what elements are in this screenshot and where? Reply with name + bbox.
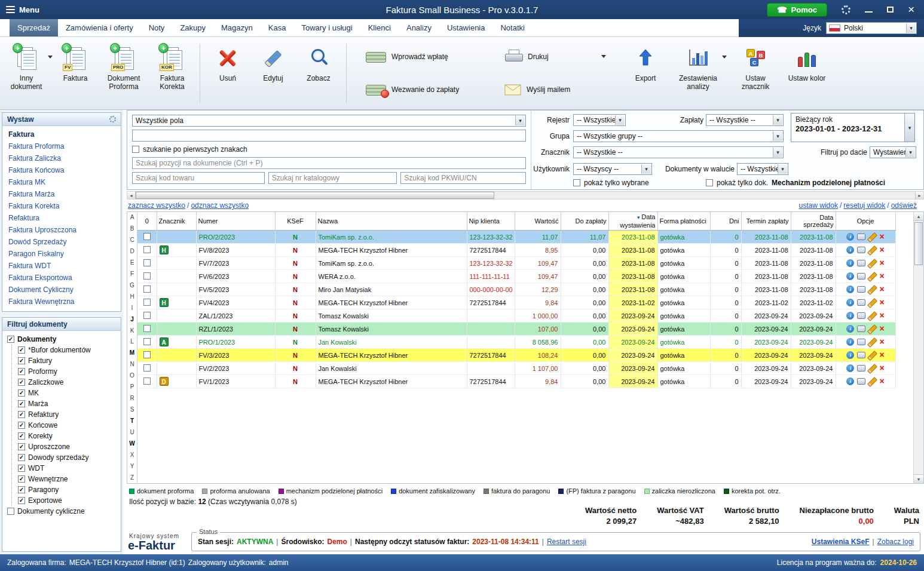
delete-row-icon[interactable]: ×	[879, 272, 884, 280]
sidebar-item[interactable]: Dowód Sprzedaży	[2, 236, 121, 248]
search-field-select[interactable]: Wszystkie pola	[132, 115, 526, 127]
info-icon[interactable]: i	[846, 299, 854, 306]
menu-tab[interactable]: Zakupy	[172, 19, 213, 36]
menu-tab[interactable]: Notatki	[492, 19, 532, 36]
sidebar-item[interactable]: Faktura Marża	[2, 188, 121, 200]
table-row[interactable]: FV/6/2023NWERA z.o.o.111-111-11-11109,47…	[137, 270, 895, 283]
sidebar-item[interactable]: Faktura Wewnętrzna	[2, 296, 121, 308]
menu-tab[interactable]: Sprzedaż	[10, 19, 58, 36]
sidebar-item[interactable]: Faktura Końcowa	[2, 164, 121, 176]
row-checkbox[interactable]	[143, 272, 151, 280]
delete-row-icon[interactable]: ×	[879, 246, 884, 254]
row-checkbox[interactable]	[143, 377, 151, 385]
sidebar-item[interactable]: Faktura Proforma	[2, 140, 121, 152]
column-header[interactable]: Nip klienta	[467, 212, 515, 231]
sidebar-item[interactable]: Faktura Eksportowa	[2, 272, 121, 284]
column-header[interactable]: 0	[137, 212, 157, 231]
info-icon[interactable]: i	[846, 364, 854, 372]
edit-row-icon[interactable]	[868, 299, 876, 306]
delete-row-icon[interactable]: ×	[879, 364, 884, 372]
sidebar-item[interactable]: Faktura	[2, 128, 121, 140]
checkbox[interactable]	[18, 432, 25, 440]
sidebar-item[interactable]: Paragon Fiskalny	[2, 248, 121, 260]
column-header[interactable]: Opcje	[836, 212, 895, 231]
position-search-input[interactable]	[132, 157, 526, 169]
checkbox[interactable]	[18, 357, 25, 364]
enter-payment-button[interactable]: Wprowadź wpłatę	[360, 40, 484, 73]
preview-icon[interactable]	[857, 273, 865, 280]
table-row[interactable]: FV/3/2023NMEGA-TECH Krzysztof Hibner7272…	[137, 349, 895, 362]
show-selected-option[interactable]: pokaż tylko wybrane	[573, 178, 649, 188]
info-icon[interactable]: i	[846, 246, 854, 254]
checkbox[interactable]	[18, 475, 25, 483]
sidebar-item[interactable]: Refaktura	[2, 212, 121, 224]
column-header[interactable]: Znacznik	[157, 212, 196, 231]
horizontal-scrollbar[interactable]: ◄ ►	[127, 191, 924, 199]
row-checkbox[interactable]	[143, 259, 151, 266]
catalog-number-input[interactable]	[268, 172, 397, 184]
edit-row-icon[interactable]	[868, 259, 876, 267]
menu-tab[interactable]: Magazyn	[213, 19, 261, 36]
checkbox[interactable]	[573, 179, 580, 186]
row-checkbox[interactable]	[143, 351, 151, 358]
checkbox[interactable]	[706, 179, 713, 186]
table-row[interactable]: DFV/1/2023NMEGA-TECH Krzysztof Hibner727…	[137, 375, 895, 388]
edit-row-icon[interactable]	[868, 338, 876, 346]
edit-row-icon[interactable]	[868, 246, 876, 254]
chevron-down-icon[interactable]: ▾	[904, 113, 914, 142]
delete-row-icon[interactable]: ×	[879, 377, 884, 385]
preview-icon[interactable]	[857, 365, 865, 372]
checkbox[interactable]	[7, 336, 14, 343]
alphabet-letter[interactable]: U	[127, 429, 137, 435]
info-icon[interactable]: i	[846, 286, 854, 293]
row-checkbox[interactable]	[143, 325, 151, 332]
deselect-all-link[interactable]: odznacz wszystko	[191, 201, 249, 210]
new-invoice-button[interactable]: + FV Faktura	[53, 40, 98, 106]
tree-item[interactable]: Końcowe	[12, 420, 120, 431]
info-icon[interactable]: i	[846, 312, 854, 320]
scroll-right-arrow[interactable]: ►	[915, 192, 923, 199]
menu-tab[interactable]: Kasa	[261, 19, 294, 36]
column-header[interactable]: Numer	[196, 212, 275, 231]
row-checkbox[interactable]	[143, 312, 151, 319]
table-row[interactable]: PRO/2/2023NTomiKam sp. z.o.o.123-123-32-…	[137, 231, 895, 244]
alphabet-letter[interactable]: P	[127, 384, 137, 390]
delete-row-icon[interactable]: ×	[879, 286, 884, 293]
delete-button[interactable]: Usuń	[205, 40, 250, 106]
tree-item[interactable]: Faktury	[12, 355, 120, 366]
column-header[interactable]: Wartość	[515, 212, 561, 231]
row-checkbox[interactable]	[143, 246, 151, 253]
column-header[interactable]: Termin zapłaty	[741, 212, 791, 231]
checkbox[interactable]	[18, 443, 25, 450]
refresh-link[interactable]: odśwież	[891, 201, 917, 210]
checkbox[interactable]	[18, 465, 25, 472]
info-icon[interactable]: i	[846, 377, 854, 385]
tree-item[interactable]: Uproszczone	[12, 441, 120, 452]
wystaw-settings-icon[interactable]	[109, 116, 116, 122]
scroll-up-arrow[interactable]: ▲	[914, 212, 923, 221]
checkbox[interactable]	[18, 454, 25, 461]
group-select[interactable]: -- Wszystkie grupy --	[573, 130, 784, 142]
preview-icon[interactable]	[857, 326, 865, 332]
info-icon[interactable]: i	[846, 351, 854, 359]
info-icon[interactable]: i	[846, 272, 854, 280]
payment-reminder-button[interactable]: Wezwanie do zapłaty	[360, 73, 484, 107]
tree-item[interactable]: *Bufor dokumentów	[12, 345, 120, 355]
column-header[interactable]: Dni	[710, 212, 741, 231]
preview-icon[interactable]	[857, 339, 865, 345]
preview-icon[interactable]	[857, 299, 865, 306]
info-icon[interactable]: i	[846, 259, 854, 267]
register-select[interactable]: -- Wszystkie -	[573, 114, 626, 126]
vertical-scrollbar-thumb[interactable]	[914, 222, 923, 265]
chevron-down-icon[interactable]	[601, 55, 606, 58]
payments-select[interactable]: -- Wszystkie --	[706, 114, 784, 126]
menu-tab[interactable]: Klienci	[360, 19, 399, 36]
column-header[interactable]: KSeF	[275, 212, 316, 231]
currency-select[interactable]: -- Wszystkie --	[737, 163, 788, 175]
checkbox[interactable]	[7, 508, 14, 515]
edit-row-icon[interactable]	[868, 325, 876, 333]
set-view-link[interactable]: ustaw widok	[799, 201, 838, 210]
menu-tab[interactable]: Analizy	[399, 19, 439, 36]
new-proforma-button[interactable]: + PRO Dokument Proforma	[98, 40, 149, 106]
send-email-button[interactable]: Wyślij mailem	[498, 73, 612, 107]
